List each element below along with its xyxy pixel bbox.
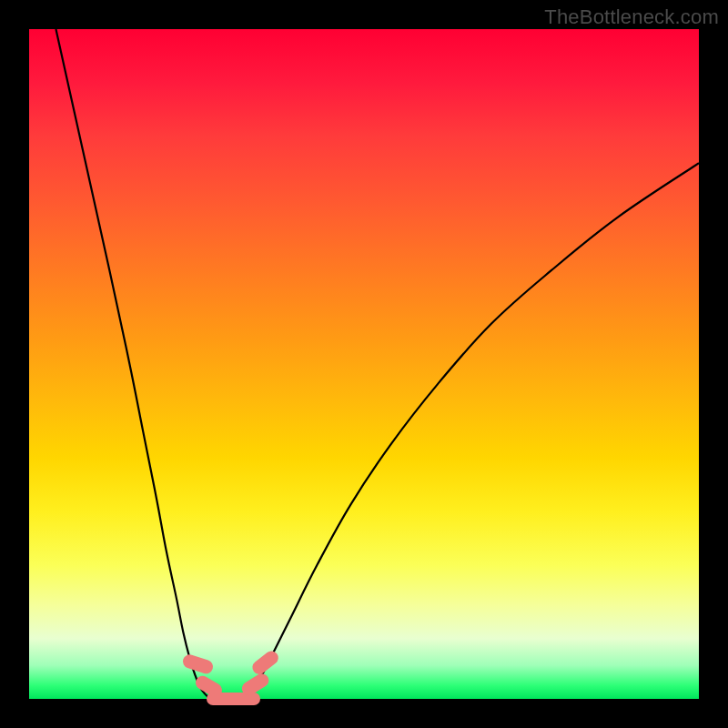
plot-area xyxy=(29,29,699,699)
watermark-text: TheBottleneck.com xyxy=(544,5,719,29)
curve-layer xyxy=(29,29,699,699)
curve-left-branch xyxy=(56,29,209,699)
curve-right-branch xyxy=(250,163,699,699)
chart-frame: TheBottleneck.com xyxy=(0,0,728,728)
